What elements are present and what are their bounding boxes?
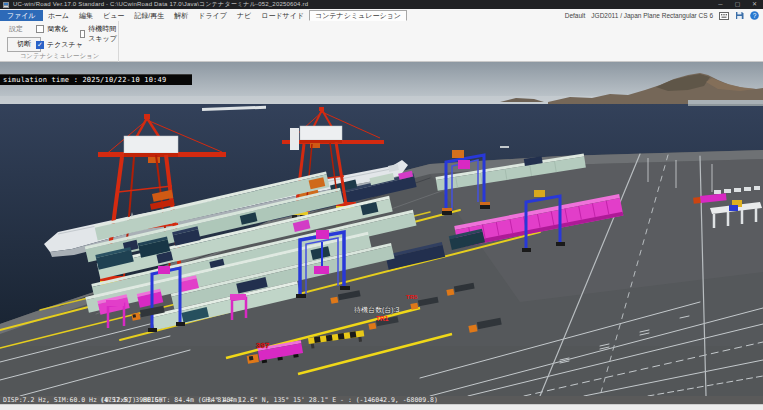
keyboard-icon[interactable] xyxy=(719,12,729,20)
truck-id-label-397: 397 xyxy=(256,341,270,350)
tab-drive[interactable]: ドライブ xyxy=(193,10,232,21)
terminal-scene: 待機台数(台):3 TR1 397 TR5 xyxy=(0,62,763,396)
3d-viewport[interactable]: 待機台数(台):3 TR1 397 TR5 simulation time : … xyxy=(0,62,763,396)
application-window: UC-win/Road Ver.17.0 Standard - C:\UCwin… xyxy=(0,0,763,410)
checkbox-texture[interactable]: ✓ テクスチャ xyxy=(36,40,83,50)
app-icon xyxy=(3,2,9,8)
checkbox-skip-wait-label: 待機時間スキップ xyxy=(88,24,118,44)
window-title: UC-win/Road Ver.17.0 Standard - C:\UCwin… xyxy=(13,0,712,9)
svg-text:?: ? xyxy=(753,12,757,19)
save-icon[interactable] xyxy=(735,11,744,20)
buoy xyxy=(500,146,509,148)
distant-quay xyxy=(688,100,763,104)
checkbox-skip-wait-box[interactable] xyxy=(80,30,85,38)
truck-2 xyxy=(330,290,361,304)
help-icon[interactable]: ? xyxy=(750,11,759,20)
truck-5 xyxy=(468,318,502,333)
tab-edit[interactable]: 編集 xyxy=(74,10,98,21)
tab-roadside[interactable]: ロードサイド xyxy=(256,10,309,21)
ribbon-group-caption: コンテナシミュレーション xyxy=(0,52,119,61)
settings-label: 設定 xyxy=(9,24,23,34)
ribbon: ファイル ホーム 編集 ビュー 記録/再生 解析 ドライブ ナビ ロードサイド … xyxy=(0,9,763,62)
ribbon-right-area: Default JGD2011 / Japan Plane Rectangula… xyxy=(565,10,759,21)
checkbox-skip-wait[interactable]: 待機時間スキップ xyxy=(80,24,118,44)
status-geo-position: 34° 40' 12.6" N, 135° 15' 28.1" E - : (-… xyxy=(207,396,438,404)
close-button[interactable]: ✕ xyxy=(746,0,763,9)
straddle-carrier-1 xyxy=(106,300,124,328)
tab-file[interactable]: ファイル xyxy=(0,10,43,21)
minimize-button[interactable]: ─ xyxy=(712,0,729,9)
tab-home[interactable]: ホーム xyxy=(43,10,74,21)
tab-view[interactable]: ビュー xyxy=(98,10,129,21)
ribbon-group-container-simulation: 設定 切断 簡素化 待機時間スキップ ✓ テクスチャ コンテナシミュレーション xyxy=(0,21,119,62)
distant-quay-edge xyxy=(688,104,763,106)
status-bar: DISP:7.2 Hz, SIM:60.0 Hz (0.12xRT) (4757… xyxy=(0,396,763,404)
maximize-button[interactable]: ▢ xyxy=(729,0,746,9)
tab-analysis[interactable]: 解析 xyxy=(169,10,193,21)
checkbox-simplify[interactable]: 簡素化 xyxy=(36,24,68,34)
profile-selector[interactable]: Default xyxy=(565,12,586,19)
bottom-strip xyxy=(0,404,763,410)
tab-navi[interactable]: ナビ xyxy=(232,10,256,21)
projection-label[interactable]: JGD2011 / Japan Plane Rectangular CS 6 xyxy=(591,12,713,19)
simulation-time-bar: simulation time : 2025/10/22-10 10:49 xyxy=(0,74,192,85)
gate-truck-blue xyxy=(729,205,738,211)
checkbox-texture-box[interactable]: ✓ xyxy=(36,41,44,49)
truck-id-label-tr5: TR5 xyxy=(406,294,418,300)
checkbox-texture-label: テクスチャ xyxy=(47,40,83,50)
tab-record-playback[interactable]: 記録/再生 xyxy=(129,10,169,21)
tab-container-simulation[interactable]: コンテナシミュレーション xyxy=(309,10,407,21)
waiting-count-label: 待機台数(台):3 xyxy=(354,306,400,314)
checkbox-simplify-box[interactable] xyxy=(36,25,44,33)
title-bar: UC-win/Road Ver.17.0 Standard - C:\UCwin… xyxy=(0,0,763,9)
truck-id-label-tr1: TR1 xyxy=(376,315,389,322)
checkbox-simplify-label: 簡素化 xyxy=(47,24,68,34)
truck-4 xyxy=(446,283,475,296)
